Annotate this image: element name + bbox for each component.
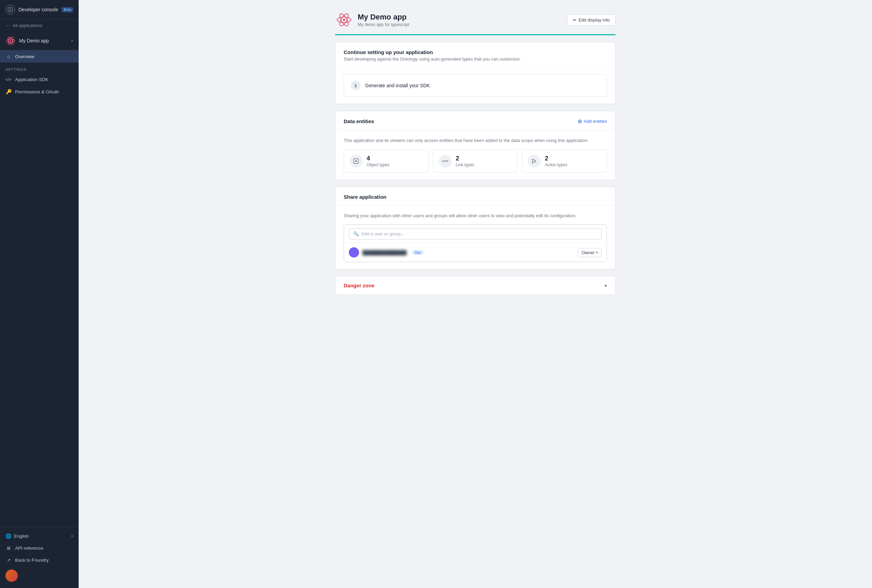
entity-card-object-types[interactable]: 4 Object types xyxy=(344,150,429,173)
object-types-info: 4 Object types xyxy=(367,155,390,167)
link-types-count: 2 xyxy=(456,155,474,162)
add-entities-button[interactable]: ⊕ Add entities xyxy=(578,118,607,124)
add-entities-label: Add entities xyxy=(584,119,607,124)
link-types-info: 2 Link types xyxy=(456,155,474,167)
settings-section-label: SETTINGS xyxy=(0,63,79,74)
object-types-label: Object types xyxy=(367,162,390,167)
globe-icon: 🌐 xyxy=(6,533,11,539)
edit-btn-label: Edit display info xyxy=(578,18,610,22)
sidebar-item-api-reference[interactable]: ⊞ API reference xyxy=(0,542,79,554)
data-entities-description: This application and its viewers can onl… xyxy=(344,137,607,144)
code-icon: </> xyxy=(6,77,12,82)
api-reference-icon: ⊞ xyxy=(6,546,12,551)
object-types-icon-wrap xyxy=(349,154,363,168)
step-number-1: 1 xyxy=(351,81,360,90)
sidebar: Developer console Beta ← All application… xyxy=(0,0,79,588)
sidebar-item-application-sdk[interactable]: </> Application SDK xyxy=(0,74,79,86)
data-entities-body: This application and its viewers can onl… xyxy=(336,130,615,180)
svg-point-0 xyxy=(8,7,13,12)
sidebar-bottom: 🌐 English ▾ ⊞ API reference ↗ Back to Fo… xyxy=(0,527,79,588)
role-chevron-icon: ▾ xyxy=(596,250,598,255)
object-types-count: 4 xyxy=(367,155,390,162)
share-input-and-list: 🔍 ██████████████ You Owner ▾ xyxy=(344,224,607,262)
main-content: My Demo app My demo app for typescript ✏… xyxy=(79,0,872,588)
share-card-title: Share application xyxy=(344,194,387,200)
link-types-icon-wrap xyxy=(439,154,452,168)
action-types-label: Action types xyxy=(545,162,567,167)
api-reference-label: API reference xyxy=(15,546,43,551)
user-row: ██████████████ You Owner ▾ xyxy=(344,243,607,262)
edit-display-info-button[interactable]: ✏ Edit display info xyxy=(567,14,616,26)
setup-step-1[interactable]: 1 Generate and install your SDK xyxy=(344,74,607,97)
all-applications-label: All applications xyxy=(13,23,42,28)
action-types-count: 2 xyxy=(545,155,567,162)
entity-card-action-types[interactable]: 2 Action types xyxy=(522,150,607,173)
home-icon: ⌂ xyxy=(6,54,12,59)
svg-rect-11 xyxy=(355,160,357,162)
setup-card-header: Continue setting up your application Sta… xyxy=(336,42,615,68)
app-subtitle: My demo app for typescript xyxy=(358,22,409,27)
app-title: My Demo app xyxy=(358,13,409,21)
role-select-button[interactable]: Owner ▾ xyxy=(578,248,602,257)
action-types-icon-wrap xyxy=(527,154,541,168)
all-applications-link[interactable]: ← All applications xyxy=(0,20,79,32)
app-selector[interactable]: My Demo app ▾ xyxy=(0,32,79,50)
user-search-input[interactable] xyxy=(361,231,598,236)
setup-card-body: 1 Generate and install your SDK xyxy=(336,68,615,104)
share-application-card: Share application Sharing your applicati… xyxy=(335,187,616,270)
search-row: 🔍 xyxy=(344,225,607,243)
user-avatar-bottom xyxy=(6,570,18,582)
back-to-foundry-label: Back to Foundry xyxy=(15,558,49,563)
you-badge: You xyxy=(412,250,423,255)
add-entities-plus-icon: ⊕ xyxy=(578,118,582,124)
sidebar-item-back-to-foundry[interactable]: ↗ Back to Foundry xyxy=(0,554,79,566)
danger-zone-chevron-icon: ▾ xyxy=(605,283,607,288)
language-label: English xyxy=(14,534,68,539)
app-selector-chevron: ▾ xyxy=(71,39,73,43)
user-search-wrap: 🔍 xyxy=(349,228,602,240)
action-types-info: 2 Action types xyxy=(545,155,567,167)
app-header-left: My Demo app My demo app for typescript xyxy=(335,11,409,29)
language-chevron-icon: ▾ xyxy=(71,534,73,538)
sidebar-header: Developer console Beta xyxy=(0,0,79,20)
user-avatar xyxy=(349,247,359,258)
link-types-label: Link types xyxy=(456,162,474,167)
app-selector-name: My Demo app xyxy=(19,38,68,44)
app-icon xyxy=(6,36,16,46)
sidebar-item-overview[interactable]: ⌂ Overview xyxy=(0,50,79,63)
data-entities-card: Data entities ⊕ Add entities This applic… xyxy=(335,111,616,180)
entity-counts-grid: 4 Object types xyxy=(344,150,607,173)
danger-zone-header[interactable]: Danger zone ▾ xyxy=(336,276,615,294)
entity-card-link-types[interactable]: 2 Link types xyxy=(433,150,518,173)
permissions-oauth-label: Permissions & OAuth xyxy=(15,89,59,94)
key-icon: 🔑 xyxy=(6,89,12,94)
data-entities-title: Data entities xyxy=(344,118,374,124)
setup-card-description: Start developing against the Ontology us… xyxy=(344,57,521,62)
sidebar-item-permissions-oauth[interactable]: 🔑 Permissions & OAuth xyxy=(0,86,79,98)
user-info: ██████████████ You xyxy=(349,247,423,258)
back-arrow-icon: ← xyxy=(6,23,10,28)
share-card-header: Share application xyxy=(336,187,615,206)
console-title: Developer console xyxy=(18,7,58,12)
share-card-body: Sharing your application with other user… xyxy=(336,206,615,269)
svg-point-9 xyxy=(343,19,345,21)
overview-label: Overview xyxy=(15,54,34,59)
search-icon: 🔍 xyxy=(353,231,359,236)
app-header-bar: My Demo app My demo app for typescript ✏… xyxy=(335,11,616,35)
step-label-1: Generate and install your SDK xyxy=(365,83,430,88)
role-label: Owner xyxy=(582,250,595,255)
app-icon-large xyxy=(335,11,353,29)
svg-point-5 xyxy=(10,40,11,41)
data-entities-header: Data entities ⊕ Add entities xyxy=(336,111,615,130)
beta-badge: Beta xyxy=(61,7,73,12)
share-card-description: Sharing your application with other user… xyxy=(344,212,607,219)
user-name-blurred: ██████████████ xyxy=(363,250,407,255)
danger-zone-card: Danger zone ▾ xyxy=(335,276,616,295)
external-link-icon: ↗ xyxy=(6,558,12,563)
setup-card: Continue setting up your application Sta… xyxy=(335,42,616,104)
svg-point-1 xyxy=(10,9,11,10)
pencil-icon: ✏ xyxy=(573,18,577,22)
language-selector[interactable]: 🌐 English ▾ xyxy=(0,530,79,542)
danger-zone-title: Danger zone xyxy=(344,282,375,288)
setup-card-title: Continue setting up your application xyxy=(344,49,521,55)
